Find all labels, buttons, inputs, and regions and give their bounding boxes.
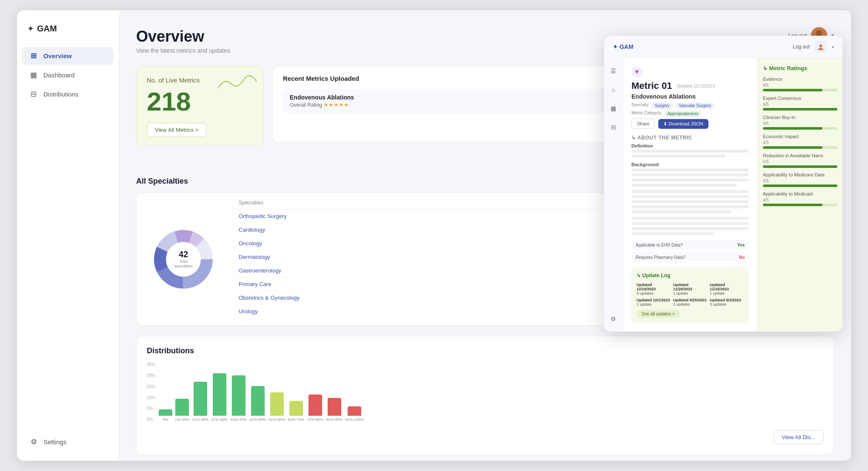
view-all-distributions-button[interactable]: View All Dis...	[774, 430, 823, 444]
rating-row: Clinician Buy-In 4/5	[763, 115, 837, 130]
overlay-chat-icon[interactable]: ⊟	[608, 121, 620, 133]
settings-icon: ⚙	[29, 437, 38, 446]
rating-score: 4/5	[763, 140, 837, 145]
bar-label: 91%-100%	[345, 417, 364, 422]
rating-label: Clinician Buy-In	[763, 115, 837, 120]
overlay-sidebar: ☰ ⌂ ▦ ⊟ ⚙	[604, 58, 623, 332]
rating-score: 5/5	[763, 159, 837, 164]
rating-label: Applicability to Medicaid	[763, 191, 837, 196]
download-json-button[interactable]: ⬇ Download JSON	[658, 119, 708, 129]
rating-label: Expert Consensus	[763, 96, 837, 101]
bar	[175, 399, 189, 416]
log-count-3: 1 update	[710, 291, 744, 295]
rating-stars: ★★★★★	[323, 102, 349, 108]
definition-text-1	[631, 150, 749, 153]
specialty-name[interactable]: Primary Care	[239, 281, 271, 287]
bar-label: 21%-30%	[211, 417, 228, 422]
y-axis: 25% 20% 15% 10% 5% 0%	[147, 362, 159, 422]
svg-point-1	[816, 30, 822, 36]
chart-container: 25% 20% 15% 10% 5% 0% 0%1%-10%11%-20%21%…	[147, 362, 823, 425]
sidebar-item-overview[interactable]: ⊞ Overview	[22, 47, 114, 65]
user-caret[interactable]: ▾	[832, 45, 834, 49]
log-count-4: 1 update	[637, 302, 671, 306]
overlay-settings-icon[interactable]: ⚙	[608, 313, 620, 325]
rating-bar-fill	[763, 165, 837, 168]
specialty-label: Specialty	[631, 102, 649, 109]
sidebar-nav: ⊞ Overview ▦ Dashboard ⊟ Distributions	[17, 47, 119, 103]
bar	[159, 409, 172, 416]
pharmacy-info-row: Requires Pharmacy Data? No	[631, 253, 749, 262]
sidebar-item-settings[interactable]: ⚙ Settings	[22, 433, 114, 451]
overlay-home-icon[interactable]: ⌂	[608, 84, 620, 96]
sidebar-item-dashboard[interactable]: ▦ Dashboard	[22, 66, 114, 84]
update-log-title: ↳ Update Log	[637, 272, 744, 278]
rating-score: 4/5	[763, 121, 837, 126]
bar-group: 21%-30%	[211, 373, 228, 422]
ratings-container: Evidence 4/5 Expert Consensus 5/5 Clinic…	[763, 77, 837, 206]
metric-title-row: Metric 01 Updated 12/10/2023	[631, 80, 749, 91]
specialty-name[interactable]: Orthopedic Surgery	[239, 213, 287, 219]
pharmacy-value: No	[739, 255, 745, 260]
rating-label: Evidence	[763, 77, 837, 82]
metric-overlay: ✦ GAM Log out ▾ ☰ ⌂ ▦ ⊟ ⚙ ♥	[604, 36, 842, 332]
app-logo: ✦ GAM	[17, 24, 119, 47]
svg-text:42: 42	[179, 250, 188, 259]
specialty-name[interactable]: Obstetrics & Gynecology	[239, 295, 300, 301]
bg-text-8	[631, 205, 749, 208]
rating-score: 4/5	[763, 198, 837, 202]
specialty-name[interactable]: Dermatology	[239, 254, 270, 260]
log-item-2: Updated 11/28/2023 1 update	[673, 283, 707, 295]
view-all-metrics-button[interactable]: View All Metrics >	[147, 123, 206, 137]
logout-text[interactable]: Log out	[793, 44, 810, 50]
overlay-menu-icon[interactable]: ☰	[608, 65, 620, 77]
ehr-label: Applicable to EHR Data?	[636, 243, 734, 247]
bar-group: 61%-70%	[288, 401, 304, 422]
page-subtitle: View the latest metrics and updates	[136, 47, 230, 54]
svg-point-18	[818, 48, 823, 50]
tag-appropriateness: Appropriateness	[664, 111, 702, 117]
sidebar: ✦ GAM ⊞ Overview ▦ Dashboard ⊟ Distribut…	[17, 10, 119, 461]
overlay-user-icon[interactable]	[815, 41, 827, 53]
see-all-updates-button[interactable]: See all updates >	[637, 310, 680, 318]
log-item-4: Updated 10/1/2023 1 update	[637, 298, 671, 306]
ehr-value: Yes	[737, 243, 745, 247]
bar	[348, 406, 361, 416]
bar-chart: 0%1%-10%11%-20%21%-30%31%-40%41%-50%51%-…	[159, 362, 364, 422]
rating-row: Expert Consensus 5/5	[763, 96, 837, 111]
tag-surgery: Surgery	[651, 102, 673, 109]
overlay-grid-icon[interactable]: ▦	[608, 102, 620, 114]
specialty-name[interactable]: Urology	[239, 308, 258, 315]
bg-text-6	[631, 195, 749, 198]
bg-text-2	[631, 173, 749, 176]
rating-bar-bg	[763, 146, 837, 149]
log-item-3: Updated 11/15/2023 1 update	[710, 283, 744, 295]
rating-bar-fill	[763, 184, 837, 187]
metric-item-info: Endovenous Ablations Overall Rating ★★★★…	[290, 94, 354, 108]
sidebar-item-distributions[interactable]: ⊟ Distributions	[22, 85, 114, 103]
bg-text-5	[631, 190, 749, 193]
log-date-3: Updated 11/15/2023	[710, 283, 744, 291]
bg-text-12	[631, 227, 749, 230]
update-log-grid: Updated 12/10/2023 3 updates Updated 11/…	[637, 283, 744, 306]
log-date-5: Updated 9/25/2023	[673, 298, 707, 302]
bg-text-7	[631, 200, 749, 203]
metric-item-name: Endovenous Ablations	[290, 94, 354, 101]
share-button[interactable]: Share	[631, 119, 655, 129]
bar-group: 51%-60%	[268, 392, 285, 422]
specialty-name[interactable]: Cardiology	[239, 227, 265, 233]
tag-vascular: Vascular Surgery	[676, 102, 715, 109]
overlay-header-icons: Log out ▾	[793, 41, 834, 53]
bar-group: 91%-100%	[345, 406, 364, 422]
rating-score: 4/5	[763, 83, 837, 88]
specialty-name[interactable]: Gastroenterology	[239, 267, 281, 274]
donut-container: 42 Total Specialties	[137, 193, 230, 325]
rating-bar-bg	[763, 165, 837, 168]
log-count-6: 3 updates	[710, 302, 744, 306]
overlay-logo: ✦ GAM	[613, 43, 634, 50]
overlay-two-col: ☰ ⌂ ▦ ⊟ ⚙ ♥ Metric 01 Updated 12/10/2023…	[604, 58, 842, 332]
metrics-wave-icon	[218, 73, 257, 96]
specialty-name[interactable]: Oncology	[239, 240, 262, 247]
bg-text-13	[631, 232, 714, 235]
distributions-title: Distributions	[147, 346, 823, 355]
sidebar-bottom: ⚙ Settings	[17, 433, 119, 451]
